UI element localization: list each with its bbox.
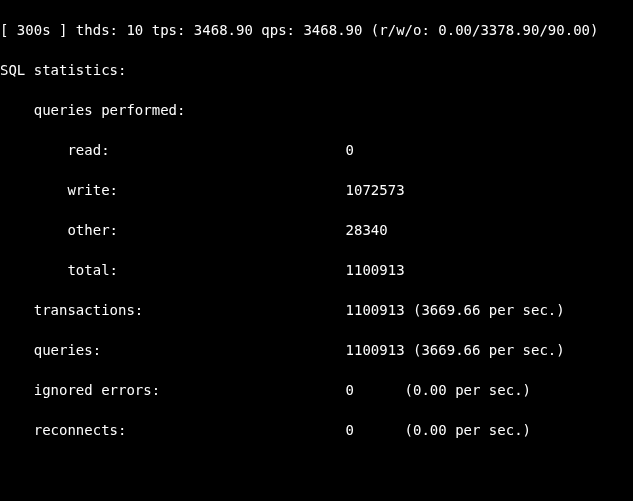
section-title-sql: SQL statistics:: [0, 60, 629, 80]
summary-line: [ 300s ] thds: 10 tps: 3468.90 qps: 3468…: [0, 20, 629, 40]
value-queries: 1100913 (3669.66 per sec.): [346, 342, 565, 358]
value-reconnects: 0 (0.00 per sec.): [346, 422, 531, 438]
value-ignored-errors: 0 (0.00 per sec.): [346, 382, 531, 398]
label-read: read:: [0, 142, 346, 158]
terminal-output: [ 300s ] thds: 10 tps: 3468.90 qps: 3468…: [0, 0, 633, 501]
label-transactions: transactions:: [0, 302, 346, 318]
queries-performed-label: queries performed:: [0, 100, 629, 120]
value-write: 1072573: [346, 182, 405, 198]
label-write: write:: [0, 182, 346, 198]
label-total: total:: [0, 262, 346, 278]
value-other: 28340: [346, 222, 388, 238]
label-reconnects: reconnects:: [0, 422, 346, 438]
label-queries: queries:: [0, 342, 346, 358]
value-transactions: 1100913 (3669.66 per sec.): [346, 302, 565, 318]
value-total: 1100913: [346, 262, 405, 278]
label-other: other:: [0, 222, 346, 238]
label-ignored-errors: ignored errors:: [0, 382, 346, 398]
value-read: 0: [346, 142, 354, 158]
